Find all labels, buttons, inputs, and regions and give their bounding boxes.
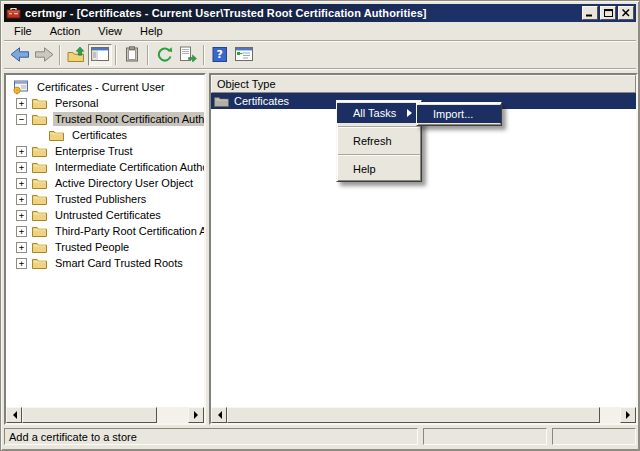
menu-help[interactable]: Help <box>131 23 172 39</box>
show-action-pane-button[interactable] <box>232 44 256 66</box>
folder-icon <box>32 209 49 221</box>
refresh-button[interactable] <box>152 44 176 66</box>
svg-text:?: ? <box>217 48 223 61</box>
collapse-minus-icon[interactable]: − <box>16 114 27 125</box>
menu-item-label: Import... <box>433 108 473 120</box>
menu-separator <box>338 126 420 128</box>
scroll-left-icon <box>214 411 222 419</box>
window-title: certmgr - [Certificates - Current User\T… <box>25 7 578 19</box>
console-tree-pane: Certificates - Current User + Personal −… <box>4 73 206 425</box>
scroll-right-button[interactable] <box>188 407 204 423</box>
folder-icon <box>32 177 49 189</box>
tree-item-smart-card-trusted-roots[interactable]: + Smart Card Trusted Roots <box>6 255 204 271</box>
folder-icon <box>32 257 49 269</box>
expand-plus-icon[interactable]: + <box>16 194 27 205</box>
list-horizontal-scrollbar[interactable] <box>211 407 636 423</box>
column-header-label: Object Type <box>217 78 276 90</box>
maximize-icon <box>604 7 613 19</box>
show-console-tree-button[interactable] <box>88 44 112 66</box>
refresh-icon <box>156 46 173 64</box>
status-bar: Add a certificate to a store <box>4 427 636 449</box>
clipboard-icon <box>125 46 139 64</box>
certificates-store-icon <box>12 80 31 95</box>
tree-item-trusted-people[interactable]: + Trusted People <box>6 239 204 255</box>
up-one-level-button[interactable] <box>64 44 88 66</box>
menu-separator <box>338 154 420 156</box>
console-tree-icon <box>91 47 109 63</box>
menu-item-label: Refresh <box>353 135 392 147</box>
toolbar-separator <box>115 45 117 65</box>
menu-item-refresh[interactable]: Refresh <box>337 131 421 151</box>
minimize-button[interactable] <box>582 6 598 20</box>
tree-item-label: Smart Card Trusted Roots <box>53 256 185 270</box>
tree-item-personal[interactable]: + Personal <box>6 95 204 111</box>
folder-icon <box>32 193 49 205</box>
main-area: Certificates - Current User + Personal −… <box>1 70 639 425</box>
export-list-button[interactable] <box>176 44 200 66</box>
help-button[interactable]: ? <box>208 44 232 66</box>
context-menu: All Tasks Refresh Help <box>336 100 422 182</box>
column-header-object-type[interactable]: Object Type <box>211 75 636 93</box>
expand-plus-icon[interactable]: + <box>16 242 27 253</box>
tree-item-active-directory-user-object[interactable]: + Active Directory User Object <box>6 175 204 191</box>
certmgr-app-icon <box>6 6 21 21</box>
tree-item-label: Active Directory User Object <box>53 176 195 190</box>
expand-plus-icon[interactable]: + <box>16 162 27 173</box>
window-controls <box>582 6 634 20</box>
tree-horizontal-scrollbar[interactable] <box>6 407 204 423</box>
scroll-right-icon <box>626 411 634 419</box>
folder-icon <box>32 225 49 237</box>
tree-item-trusted-publishers[interactable]: + Trusted Publishers <box>6 191 204 207</box>
expand-plus-icon[interactable]: + <box>16 178 27 189</box>
tree-item-label: Enterprise Trust <box>53 144 135 158</box>
scroll-right-button[interactable] <box>620 407 636 423</box>
back-button[interactable] <box>8 44 32 66</box>
status-message: Add a certificate to a store <box>4 428 418 445</box>
expand-plus-icon[interactable]: + <box>16 258 27 269</box>
close-button[interactable] <box>618 6 634 20</box>
scroll-left-button[interactable] <box>6 407 22 423</box>
tree-item-enterprise-trust[interactable]: + Enterprise Trust <box>6 143 204 159</box>
help-icon: ? <box>212 47 228 64</box>
title-bar[interactable]: certmgr - [Certificates - Current User\T… <box>4 4 636 22</box>
tree-item-third-party-root-certification-authorities[interactable]: + Third-Party Root Certification Authori… <box>6 223 204 239</box>
menu-action[interactable]: Action <box>41 23 90 39</box>
certmgr-window: certmgr - [Certificates - Current User\T… <box>0 0 640 451</box>
tree-item-certificates[interactable]: Certificates <box>6 127 204 143</box>
tree-item-label: Untrusted Certificates <box>53 208 163 222</box>
menu-item-import[interactable]: Import... <box>417 105 501 123</box>
toolbar-separator <box>147 45 149 65</box>
expand-plus-icon[interactable]: + <box>16 98 27 109</box>
expand-plus-icon[interactable]: + <box>16 210 27 221</box>
menu-item-help[interactable]: Help <box>337 159 421 179</box>
forward-button[interactable] <box>32 44 56 66</box>
tree-root-certificates-current-user[interactable]: Certificates - Current User <box>6 79 204 95</box>
folder-icon <box>32 241 49 253</box>
up-folder-icon <box>67 46 86 64</box>
scrollbar-track[interactable] <box>157 407 188 423</box>
menu-file[interactable]: File <box>5 23 41 39</box>
expand-plus-icon[interactable]: + <box>16 226 27 237</box>
menu-view[interactable]: View <box>89 23 131 39</box>
scrollbar-thumb[interactable] <box>22 407 157 423</box>
scrollbar-thumb[interactable] <box>227 407 600 423</box>
status-section <box>552 428 636 445</box>
scroll-right-icon <box>194 411 202 419</box>
status-section <box>423 428 547 445</box>
tree-item-label: Trusted People <box>53 240 131 254</box>
folder-icon <box>32 161 49 173</box>
folder-icon <box>49 129 66 141</box>
paste-button[interactable] <box>120 44 144 66</box>
scrollbar-track[interactable] <box>600 407 620 423</box>
certificates-folder-icon <box>214 95 231 107</box>
scroll-left-button[interactable] <box>211 407 227 423</box>
expand-plus-icon[interactable]: + <box>16 146 27 157</box>
menu-item-label: Help <box>353 163 376 175</box>
menu-item-all-tasks[interactable]: All Tasks <box>337 103 421 123</box>
maximize-button[interactable] <box>600 6 616 20</box>
tree-item-trusted-root-certification-authorities[interactable]: − Trusted Root Certification Authorities <box>6 111 204 127</box>
folder-icon <box>32 113 49 125</box>
tree-item-untrusted-certificates[interactable]: + Untrusted Certificates <box>6 207 204 223</box>
tree-item-intermediate-certification-authorities[interactable]: + Intermediate Certification Authorities <box>6 159 204 175</box>
folder-icon <box>32 97 49 109</box>
